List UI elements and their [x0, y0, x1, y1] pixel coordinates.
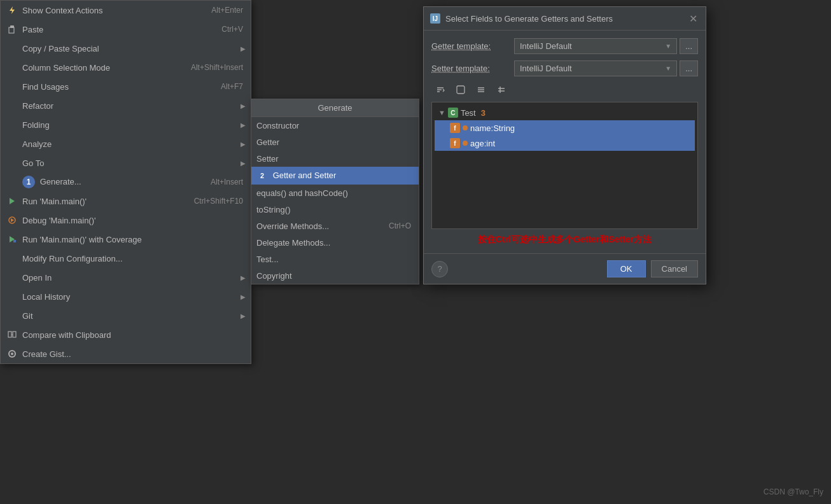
dropdown-arrow-icon: ▼: [665, 65, 671, 72]
menu-item-modify-run[interactable]: Modify Run Configuration...: [1, 249, 251, 268]
badge-2: 2: [256, 170, 268, 181]
menu-item-label: toString(): [256, 205, 411, 214]
getter-template-edit-button[interactable]: ...: [680, 38, 698, 54]
collapse-button[interactable]: [492, 83, 510, 97]
sort-button[interactable]: [431, 83, 449, 97]
generate-item-getter-setter[interactable]: 2 Getter and Setter: [251, 167, 419, 185]
field-name: age:int: [470, 139, 495, 148]
dialog-close-button[interactable]: ✕: [687, 12, 699, 25]
setter-template-edit-button[interactable]: ...: [680, 60, 698, 76]
generate-item-test[interactable]: Test...: [251, 251, 419, 267]
menu-item-create-gist[interactable]: Create Gist...: [1, 344, 251, 363]
setter-template-label: Setter template:: [431, 64, 514, 73]
empty-icon: [6, 42, 18, 55]
menu-item-label: Getter: [256, 137, 411, 147]
setter-template-value: IntelliJ Default: [520, 64, 665, 73]
empty-icon: [6, 61, 18, 74]
menu-item-generate[interactable]: 1 Generate... Alt+Insert: [1, 172, 251, 192]
class-name: Test: [461, 108, 476, 118]
field-dot-icon: [463, 125, 468, 130]
compare-icon: [6, 328, 18, 341]
menu-item-label: Debug 'Main.main()': [22, 216, 243, 225]
menu-item-find-usages[interactable]: Find Usages Alt+F7: [1, 77, 251, 96]
getter-template-dropdown[interactable]: IntelliJ Default ▼: [514, 38, 677, 54]
generate-item-override-methods[interactable]: Override Methods... Ctrl+O: [251, 218, 419, 234]
menu-item-label: Override Methods...: [256, 221, 376, 231]
generate-item-constructor[interactable]: Constructor: [251, 117, 419, 134]
menu-item-label: Copyright: [256, 271, 411, 281]
menu-item-open-in[interactable]: Open In: [1, 268, 251, 287]
menu-item-copy-paste-special[interactable]: Copy / Paste Special: [1, 39, 251, 58]
menu-item-paste[interactable]: Paste Ctrl+V: [1, 20, 251, 39]
menu-item-run-coverage[interactable]: Run 'Main.main()' with Coverage: [1, 230, 251, 249]
menu-item-label: Copy / Paste Special: [22, 44, 243, 53]
toggle-button[interactable]: [452, 83, 470, 97]
menu-item-folding[interactable]: Folding: [1, 115, 251, 134]
menu-item-analyze[interactable]: Analyze: [1, 134, 251, 153]
dialog-title: Select Fields to Generate Getters and Se…: [445, 14, 687, 24]
empty-icon: [6, 252, 18, 265]
svg-rect-7: [13, 240, 16, 242]
menu-item-git[interactable]: Git: [1, 306, 251, 325]
menu-item-compare-clipboard[interactable]: Compare with Clipboard: [1, 325, 251, 344]
class-icon: C: [448, 108, 458, 118]
generate-item-getter[interactable]: Getter: [251, 134, 419, 150]
menu-item-debug-main[interactable]: Debug 'Main.main()': [1, 211, 251, 230]
lightning-icon: [6, 4, 18, 17]
setter-template-dropdown[interactable]: IntelliJ Default ▼: [514, 60, 677, 76]
svg-rect-1: [9, 27, 14, 33]
ok-button[interactable]: OK: [607, 260, 646, 277]
cancel-button[interactable]: Cancel: [651, 260, 698, 277]
menu-item-local-history[interactable]: Local History: [1, 287, 251, 306]
tree-badge: 3: [481, 108, 485, 118]
menu-item-label: Compare with Clipboard: [22, 330, 243, 340]
menu-item-shortcut: Ctrl+O: [389, 221, 411, 230]
menu-item-show-context-actions[interactable]: Show Context Actions Alt+Enter: [1, 1, 251, 20]
field-icon: f: [450, 123, 460, 133]
menu-item-label: Column Selection Mode: [22, 63, 178, 73]
svg-marker-0: [10, 6, 15, 14]
menu-item-label: Create Gist...: [22, 349, 243, 359]
svg-marker-3: [10, 198, 15, 204]
menu-item-label: Run 'Main.main()' with Coverage: [22, 235, 243, 244]
tree-item-name[interactable]: f name:String: [435, 120, 695, 136]
menu-item-refactor[interactable]: Refactor: [1, 96, 251, 115]
intellij-icon: IJ: [430, 13, 440, 24]
svg-rect-9: [13, 332, 16, 337]
menu-item-label: Constructor: [256, 121, 411, 130]
expand-button[interactable]: [472, 83, 490, 97]
menu-item-go-to[interactable]: Go To: [1, 153, 251, 172]
help-button[interactable]: ?: [431, 261, 448, 277]
generate-item-copyright[interactable]: Copyright: [251, 267, 419, 284]
empty-icon: [6, 80, 18, 93]
svg-point-13: [11, 353, 13, 355]
menu-item-label: 1 Generate...: [22, 176, 198, 188]
menu-item-shortcut: Alt+Shift+Insert: [191, 63, 243, 72]
menu-item-label: Delegate Methods...: [256, 238, 411, 248]
generate-item-setter[interactable]: Setter: [251, 150, 419, 167]
dialog-getters-setters: IJ Select Fields to Generate Getters and…: [423, 6, 706, 284]
menu-item-label: Refactor: [22, 101, 243, 111]
dialog-titlebar: IJ Select Fields to Generate Getters and…: [424, 7, 706, 31]
empty-icon: [6, 271, 18, 284]
generate-item-tostring[interactable]: toString(): [251, 201, 419, 218]
tree-item-age[interactable]: f age:int: [435, 136, 695, 151]
generate-submenu-header: Generate: [251, 99, 419, 117]
run-icon: [6, 195, 18, 207]
tree-expand-icon: ▼: [438, 109, 445, 116]
empty-icon: [6, 99, 18, 112]
menu-item-run-main[interactable]: Run 'Main.main()' Ctrl+Shift+F10: [1, 192, 251, 211]
paste-icon: [6, 23, 18, 36]
generate-item-delegate-methods[interactable]: Delegate Methods...: [251, 234, 419, 251]
menu-item-shortcut: Ctrl+V: [221, 25, 243, 34]
dialog-footer: ? OK Cancel: [424, 253, 706, 284]
menu-item-column-selection[interactable]: Column Selection Mode Alt+Shift+Insert: [1, 58, 251, 77]
field-icon: f: [450, 138, 460, 148]
svg-rect-2: [10, 25, 14, 28]
dialog-body: Getter template: IntelliJ Default ▼ ... …: [424, 31, 706, 253]
empty-icon: [6, 290, 18, 303]
generate-item-equals-hashcode[interactable]: equals() and hashCode(): [251, 185, 419, 201]
menu-item-label: Go To: [22, 158, 243, 168]
badge-1: 1: [22, 176, 35, 188]
dropdown-arrow-icon: ▼: [665, 43, 671, 50]
